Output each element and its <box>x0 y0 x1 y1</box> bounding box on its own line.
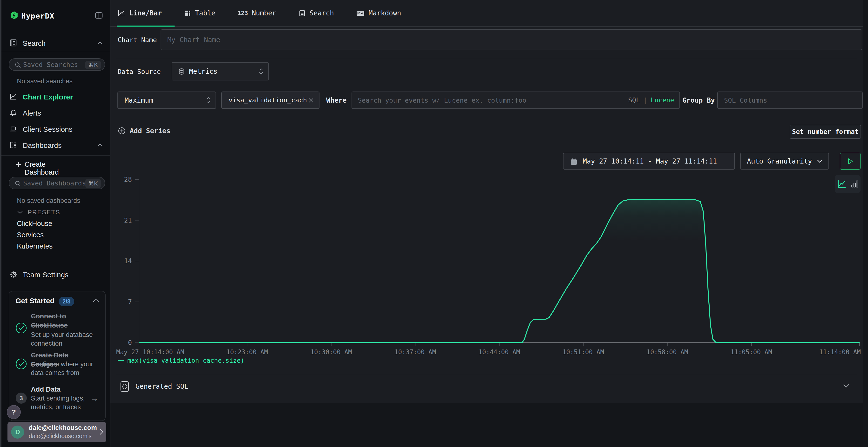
sidebar-item-team-settings[interactable]: Team Settings <box>1 269 112 281</box>
tab-line-bar[interactable]: Line/Bar <box>118 9 162 17</box>
sidebar-item-client-sessions[interactable]: Client Sessions <box>1 124 112 135</box>
journal-icon <box>10 39 17 47</box>
no-saved-dashboards-note: No saved dashboards <box>17 197 80 204</box>
divider <box>116 58 857 58</box>
database-icon <box>178 68 185 76</box>
sidebar-item-alerts[interactable]: Alerts <box>1 108 112 119</box>
chevron-up-icon <box>97 41 103 45</box>
data-source-select[interactable]: Metrics <box>172 62 269 80</box>
main-content: Line/Bar Table 123 Number Search <box>111 0 863 447</box>
chevron-up-icon[interactable] <box>93 299 99 302</box>
chevron-up-icon <box>97 143 103 147</box>
select-chevrons-icon <box>207 97 210 104</box>
chart-name-input[interactable] <box>161 29 862 50</box>
user-menu[interactable]: D dale@clickhouse.com dale@clickhouse.co… <box>7 422 106 442</box>
tab-number[interactable]: 123 Number <box>238 9 276 17</box>
toggle-divider: | <box>643 96 647 104</box>
where-input[interactable] <box>358 94 618 107</box>
data-source-value: Metrics <box>189 67 217 75</box>
preset-clickhouse[interactable]: ClickHouse <box>17 220 94 231</box>
generated-sql-toggle[interactable]: Generated SQL <box>111 376 863 398</box>
add-series-button[interactable]: Add Series <box>118 127 170 135</box>
sql-toggle[interactable]: SQL <box>628 96 640 104</box>
sidebar-section-search[interactable]: Search <box>1 38 112 49</box>
code-icon <box>120 381 129 392</box>
lucene-toggle[interactable]: Lucene <box>651 96 674 104</box>
close-icon[interactable] <box>308 97 314 104</box>
query-language-toggle: SQL|Lucene <box>628 96 674 104</box>
saved-dashboards-input[interactable] <box>23 178 86 188</box>
get-started-item-title[interactable]: Connect to ClickHouse <box>31 312 91 330</box>
legend-line <box>118 360 124 361</box>
chart-name-label: Chart Name <box>118 36 157 44</box>
tab-label: Markdown <box>369 9 401 17</box>
get-started-item-title[interactable]: Add Data <box>31 385 91 394</box>
calendar-icon <box>570 158 578 166</box>
play-icon <box>847 158 853 165</box>
tab-label: Line/Bar <box>129 9 162 17</box>
saved-dashboards-search[interactable]: ⌘K <box>9 177 105 189</box>
page-scroll-gutter[interactable] <box>863 0 868 447</box>
hyperdx-logo-icon <box>10 11 18 20</box>
arrow-right-icon[interactable]: → <box>90 393 98 403</box>
aggregation-select[interactable]: Maximum <box>117 92 216 109</box>
saved-searches-search[interactable]: ⌘K <box>9 58 105 71</box>
gear-icon <box>10 271 18 278</box>
collapse-sidebar-icon[interactable] <box>95 12 103 19</box>
number-123-icon: 123 <box>238 10 248 16</box>
bar-chart-toggle-icon[interactable] <box>850 180 858 188</box>
get-started-item-desc: Set up your database connection <box>31 331 96 348</box>
legend-label: max(visa_validation_cache.size) <box>127 357 244 364</box>
no-saved-searches-note: No saved searches <box>17 77 72 85</box>
tab-table[interactable]: Table <box>184 9 215 17</box>
sidebar: HyperDX Search ⌘K No saved searches <box>0 0 111 447</box>
presets-label: PRESETS <box>28 209 60 216</box>
where-search-box: SQL|Lucene <box>351 92 680 109</box>
shortcut-badge: ⌘K <box>85 61 101 69</box>
check-circle-icon <box>15 358 27 370</box>
user-email: dale@clickhouse.com <box>29 424 97 432</box>
where-label: Where <box>326 96 346 104</box>
check-circle-icon <box>15 322 27 334</box>
tab-markdown[interactable]: Markdown <box>356 9 401 17</box>
step-number-badge: 3 <box>16 392 27 404</box>
create-dashboard-label: Create Dashboard <box>25 161 59 176</box>
preset-services[interactable]: Services <box>17 231 94 242</box>
search-section-label: Search <box>23 39 45 47</box>
metric-tag-label: visa_validation_cach <box>228 96 307 104</box>
chart-legend[interactable]: max(visa_validation_cache.size) <box>118 357 244 364</box>
sidebar-item-label: Alerts <box>23 109 41 117</box>
data-source-label: Data Source <box>118 68 161 75</box>
sidebar-item-chart-explorer[interactable]: Chart Explorer <box>1 92 112 103</box>
metric-tag[interactable]: visa_validation_cach <box>221 92 319 109</box>
chart-type-tabbar: Line/Bar Table 123 Number Search <box>111 0 863 27</box>
tab-label: Number <box>252 9 276 17</box>
saved-searches-input[interactable] <box>23 60 86 69</box>
markdown-icon <box>356 10 365 17</box>
bottom-panel <box>111 403 863 447</box>
tab-search[interactable]: Search <box>299 9 334 17</box>
divider <box>116 121 857 122</box>
get-started-panel: Get Started 2/3 Connect to ClickHouse Se… <box>9 291 105 421</box>
bell-icon <box>10 109 17 116</box>
set-number-format-button[interactable]: Set number format <box>789 125 861 139</box>
divider <box>116 398 857 398</box>
line-chart-toggle-icon[interactable] <box>837 179 846 188</box>
date-range-value: May 27 10:14:11 - May 27 11:14:11 <box>583 157 717 165</box>
run-query-button[interactable] <box>840 153 861 170</box>
line-chart-icon <box>10 93 17 100</box>
presets-toggle[interactable]: PRESETS <box>18 209 60 216</box>
group-by-label: Group By <box>682 96 715 104</box>
help-button[interactable]: ? <box>7 405 21 419</box>
date-range-picker[interactable]: May 27 10:14:11 - May 27 11:14:11 <box>563 153 735 170</box>
team-settings-label: Team Settings <box>23 271 68 279</box>
laptop-icon <box>10 125 17 133</box>
group-by-input[interactable] <box>717 92 863 109</box>
preset-kubernetes[interactable]: Kubernetes <box>17 242 94 253</box>
plus-icon <box>16 161 22 168</box>
granularity-select[interactable]: Auto Granularity <box>740 153 829 170</box>
active-tab-underline <box>117 26 175 27</box>
search-icon <box>14 62 21 68</box>
avatar: D <box>11 425 24 439</box>
sidebar-item-dashboards[interactable]: Dashboards <box>1 140 112 151</box>
